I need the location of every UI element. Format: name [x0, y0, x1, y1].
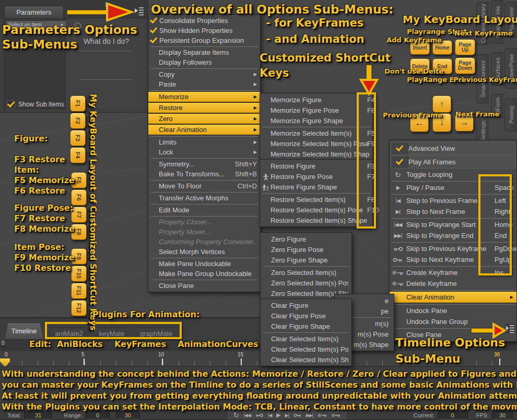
menu-separator: [392, 304, 514, 305]
menu-item-paste[interactable]: Paste▶: [148, 79, 260, 89]
menu-item-memorize-selected-items[interactable]: Memorize Selected Item(s)F5: [260, 128, 372, 138]
tab-keymate[interactable]: keyMate: [93, 328, 131, 340]
menu-item-memorize-figure-pose[interactable]: Memorize Figure PoseF8: [260, 105, 372, 115]
menu-separator: [150, 136, 258, 137]
menu-item-skip-previous-keyframe[interactable]: Skip to Previous KeyframePgDown: [390, 243, 516, 254]
menu-item-clear-selected-items[interactable]: Clear Selected Item(s): [261, 333, 351, 344]
menu-item-show-hidden-properties[interactable]: Show Hidden Properties: [148, 26, 260, 35]
menu-item-property-mover: Property Mover...: [148, 227, 260, 237]
menu-item-conforming-property-converter: Conforming Property Converter...: [148, 237, 260, 247]
tutorial-paragraph-line: you can master your KeyFrames on the Tim…: [2, 379, 517, 390]
menu-item-restore-figure-pose[interactable]: Restore Figure PoseF7: [260, 171, 372, 182]
playrange-start-value: 0: [2, 340, 5, 346]
show-sub-items-checkbox[interactable]: Show Sub Items: [7, 100, 64, 109]
menu-item-delete-keyframe[interactable]: ⊗Delete Keyframe: [390, 278, 516, 289]
menu-item-restore-selected-items-shape[interactable]: Restore Selected Item(s) Shape: [260, 215, 372, 225]
tab-settings[interactable]: Settings: [476, 121, 489, 141]
menu-item-move-to-floor[interactable]: Move To FloorCtrl+D: [148, 181, 260, 191]
menu-item-clear-figure-shape[interactable]: Clear Figure Shape: [261, 321, 351, 331]
menu-separator: [150, 90, 258, 91]
playrange-start-marker[interactable]: [1, 346, 6, 350]
menu-item-create-keyframe[interactable]: ⊕Create KeyframeIns: [390, 267, 516, 278]
menu-item-play-all-frames[interactable]: Play All Frames: [391, 155, 515, 169]
submenu-arrow-icon: ▶: [254, 82, 257, 87]
menu-item-bake-to-transforms[interactable]: Bake To Transforms...Shift+B: [148, 169, 260, 179]
tab-graphmate[interactable]: graphMate: [132, 328, 180, 340]
menu-item-zero-figure-pose[interactable]: Zero Figure Pose: [261, 244, 351, 255]
divider: [79, 51, 132, 51]
menu-item-select-morph-vertices[interactable]: Select Morph Vertices: [148, 247, 260, 257]
menu-item-restore[interactable]: Restore▶: [148, 102, 260, 113]
submenu-pointer-arrow: [358, 64, 381, 96]
menu-item-memorize[interactable]: Memorize▶: [148, 91, 260, 102]
menu-item-memorize-figure[interactable]: Memorize FigureF4: [260, 94, 372, 105]
menu-item-consolidate-properties[interactable]: Consolidate Properties: [148, 16, 260, 26]
menu-item-edit-mode[interactable]: Edit Mode: [148, 205, 260, 215]
menu-item-clear-figure[interactable]: Clear Figure: [261, 300, 351, 310]
menu-item-memorize-selected-items-pose[interactable]: Memorize Selected Item(s) PoseF9: [260, 138, 372, 149]
loop-button[interactable]: ↻: [233, 411, 239, 419]
menu-item-memorize-selected-items-shape[interactable]: Memorize Selected Item(s) Shape: [260, 149, 372, 159]
menu-item-step-next-frame[interactable]: ▶|Step to Next FrameRight: [390, 206, 516, 217]
skip-to-start-button[interactable]: |◀◀: [244, 413, 251, 418]
menu-item-display-followers[interactable]: Display Followers: [148, 57, 260, 67]
menu-item-zero-figure-shape[interactable]: Zero Figure Shape: [261, 255, 351, 265]
menu-item-clear-selected-items-shape[interactable]: Clear Selected Item(s) Shape: [261, 354, 351, 365]
menu-item-clear-selected-items-pose[interactable]: Clear Selected Item(s) Pose: [261, 344, 351, 354]
pane-options-icon[interactable]: [134, 6, 145, 16]
item-pose-caption: Item Pose:: [14, 242, 75, 253]
menu-separator: [392, 290, 514, 291]
menu-item-zero-selected-items-pose[interactable]: Zero Selected Item(s) Pose: [261, 278, 351, 288]
menu-item-restore-figure-shape[interactable]: Restore Figure Shape: [260, 182, 372, 192]
menu-item-limits[interactable]: Limits▶: [148, 137, 260, 147]
previous-keyframe-button[interactable]: [255, 413, 263, 418]
menu-item-make-pane-undockable[interactable]: Make Pane Undockable: [148, 259, 260, 269]
menu-item-restore-selected-items[interactable]: Restore Selected Item(s)F6: [260, 194, 372, 205]
figure-f3: F3 Restore: [14, 154, 75, 165]
menu-item-zero-selected-items[interactable]: Zero Selected Item(s): [261, 267, 351, 278]
menu-item-memorize-figure-shape[interactable]: Memorize Figure Shape: [260, 115, 372, 126]
tutorial-paragraph-line: With the Plugins you can set the Interpo…: [2, 401, 517, 412]
next-keyframe-button[interactable]: [293, 413, 301, 418]
menu-item-copy[interactable]: Copy▶: [148, 69, 260, 79]
menu-item-symmetry[interactable]: Symmetry...Shift+Y: [148, 159, 260, 169]
menu-item-make-pane-group-undockable[interactable]: Make Pane Group Undockable: [148, 269, 260, 279]
submenu-arrow-icon: ▶: [254, 116, 257, 121]
skip-to-end-button[interactable]: ▶▶|: [306, 413, 313, 418]
menu-item-skip-playrange-start[interactable]: |◀◀Skip to Playrange StartHome: [390, 219, 516, 230]
menu-item-zero-figure[interactable]: Zero Figure: [261, 234, 351, 244]
figure-pose-f7: F7 Restore: [14, 213, 75, 224]
check-icon: [148, 26, 159, 35]
play-button[interactable]: ▶: [276, 412, 280, 418]
menu-item-persistent-group-expansion[interactable]: Persistent Group Expansion: [148, 35, 260, 45]
menu-item-toggle-looping[interactable]: ↻Toggle Looping: [390, 169, 516, 180]
tab-posing[interactable]: Posing: [504, 98, 517, 131]
menu-item-skip-playrange-end[interactable]: ▶▶|Skip to Playrange EndEnd: [390, 230, 516, 241]
menu-item-clear-figure-pose[interactable]: Clear Figure Pose: [261, 310, 351, 321]
menu-item-undock-pane[interactable]: Undock Pane: [390, 305, 516, 316]
step-next-icon: ▶|: [390, 209, 406, 214]
menu-item-restore-figure[interactable]: Restore FigureF3: [260, 161, 372, 171]
menu-item-step-previous-frame[interactable]: |◀Step to Previous FrameLeft: [390, 195, 516, 206]
menu-item-display-separate-items[interactable]: Display Separate Items: [148, 47, 260, 57]
next-frame-button[interactable]: ▶|: [285, 413, 289, 418]
menu-item-restore-selected-items-pose[interactable]: Restore Selected Item(s) PoseF10: [260, 205, 372, 215]
menu-item-zero[interactable]: Zero▶: [148, 113, 260, 124]
people-icon: [262, 183, 270, 190]
menu-item-clear-animation[interactable]: Clear Animation▶: [390, 291, 516, 303]
timeline-pane-options-icon[interactable]: [505, 323, 515, 334]
item-caption: Item:: [14, 165, 75, 175]
menu-item-play-pause[interactable]: ▶Play / PauseSpace: [390, 182, 516, 193]
menu-item-close-pane[interactable]: Close Pane: [148, 281, 260, 291]
menu-item-clear-animation[interactable]: Clear Animation▶: [148, 124, 260, 135]
tab-animate2[interactable]: aniMate2: [49, 328, 89, 340]
create-keyframe-button[interactable]: ⊕: [332, 413, 341, 418]
delete-keyframe-button[interactable]: ⊗: [318, 413, 327, 418]
menu-item-skip-next-keyframe[interactable]: Skip to Next KeyframePgUp: [390, 254, 516, 265]
menu-item-transfer-active-morphs[interactable]: Transfer Active Morphs: [148, 193, 260, 203]
menu-item-lock[interactable]: Lock▶: [148, 147, 260, 157]
help-text: What do I do?: [66, 37, 147, 45]
previous-frame-button[interactable]: |◀: [268, 413, 272, 418]
menu-item-advanced-view[interactable]: Advanced View: [391, 142, 515, 155]
tab-timeline[interactable]: Timeline: [5, 322, 43, 340]
